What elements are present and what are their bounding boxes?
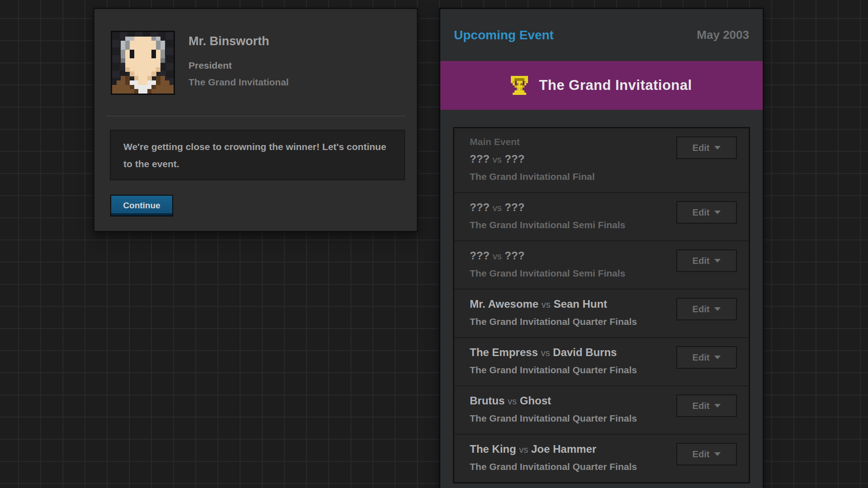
chevron-down-icon [714, 452, 721, 456]
match-side-b: ??? [505, 201, 524, 213]
match-side-a: Brutus [470, 394, 505, 407]
character-role: President [189, 60, 289, 71]
dialog-message-box: We're getting close to crowning the winn… [110, 130, 405, 180]
match-row: Main Event ??? vs ??? The Grand Invitati… [454, 128, 749, 193]
dialog-message: We're getting close to crowning the winn… [123, 141, 386, 169]
game-background: { "colors": { "background": "#1d1d1e", "… [0, 0, 868, 488]
vs-label: vs [493, 251, 502, 261]
match-row: ??? vs ??? The Grand Invitational Semi F… [454, 241, 749, 290]
match-side-b: Ghost [520, 394, 551, 407]
event-date: May 2003 [697, 28, 749, 42]
match-row: Brutus vs Ghost The Grand Invitational Q… [454, 386, 749, 435]
match-side-a: Mr. Awesome [470, 298, 538, 310]
match-row: The Empress vs David Burns The Grand Inv… [454, 338, 749, 386]
edit-button-label: Edit [693, 256, 710, 266]
character-name: Mr. Binsworth [189, 34, 289, 48]
binsworth-pixel-portrait-icon [112, 32, 174, 94]
match-side-a: ??? [470, 249, 490, 262]
event-title: The Grand Invitational [539, 77, 692, 94]
chevron-down-icon [714, 307, 721, 311]
match-side-a: The Empress [470, 346, 538, 358]
vs-label: vs [508, 396, 517, 406]
edit-button-label: Edit [693, 352, 710, 363]
chevron-down-icon [714, 146, 721, 150]
character-organization: The Grand Invitational [189, 77, 289, 88]
edit-button-label: Edit [693, 401, 710, 411]
upcoming-event-panel: Upcoming Event May 2003 The Grand Invita… [439, 8, 764, 488]
edit-button[interactable]: Edit [676, 201, 737, 224]
vs-label: vs [493, 203, 502, 213]
edit-button-label: Edit [693, 449, 710, 460]
match-row: ??? vs ??? The Grand Invitational Semi F… [454, 193, 749, 241]
edit-button[interactable]: Edit [676, 249, 737, 272]
match-side-b: David Burns [553, 346, 617, 358]
panel-title: Upcoming Event [454, 28, 554, 42]
edit-button[interactable]: Edit [676, 443, 737, 465]
match-side-b: ??? [505, 153, 524, 165]
chevron-down-icon [714, 259, 721, 263]
character-dialog-card: Mr. Binsworth President The Grand Invita… [93, 8, 418, 232]
match-row: The King vs Joe Hammer The Grand Invitat… [454, 435, 749, 482]
edit-button[interactable]: Edit [676, 346, 737, 369]
character-info: Mr. Binsworth President The Grand Invita… [189, 34, 289, 88]
match-list: Main Event ??? vs ??? The Grand Invitati… [453, 127, 750, 483]
match-side-a: ??? [470, 201, 490, 213]
match-side-b: Sean Hunt [553, 298, 607, 310]
match-side-b: Joe Hammer [531, 443, 596, 455]
chevron-down-icon [714, 211, 721, 214]
continue-button[interactable]: Continue [110, 195, 173, 216]
vs-label: vs [541, 348, 550, 358]
chevron-down-icon [714, 356, 721, 359]
match-row: Mr. Awesome vs Sean Hunt The Grand Invit… [454, 290, 749, 338]
card-divider [106, 116, 405, 117]
trophy-icon [511, 76, 528, 95]
edit-button[interactable]: Edit [676, 298, 737, 320]
match-subtitle: The Grand Invitational Final [470, 171, 733, 182]
vs-label: vs [493, 155, 502, 164]
match-side-a: ??? [470, 153, 490, 165]
panel-header: Upcoming Event May 2003 [440, 9, 763, 61]
edit-button-label: Edit [693, 304, 710, 314]
vs-label: vs [542, 300, 551, 310]
event-banner: The Grand Invitational [440, 61, 763, 110]
edit-button-label: Edit [693, 143, 710, 153]
edit-button-label: Edit [693, 207, 710, 218]
character-avatar [111, 31, 175, 95]
edit-button[interactable]: Edit [676, 394, 737, 417]
chevron-down-icon [714, 404, 721, 408]
edit-button[interactable]: Edit [676, 136, 737, 159]
match-side-a: The King [470, 443, 516, 455]
vs-label: vs [519, 445, 528, 455]
match-side-b: ??? [505, 249, 524, 262]
